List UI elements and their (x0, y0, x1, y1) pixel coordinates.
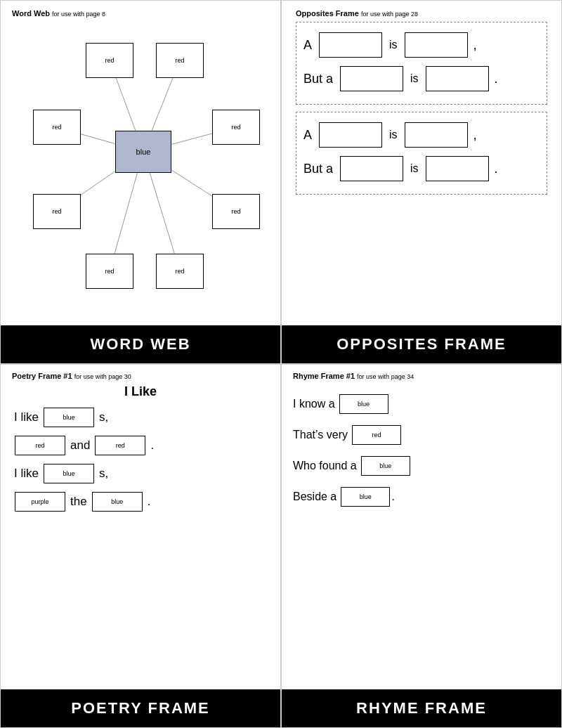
rhyme-box-4[interactable]: blue (341, 487, 390, 507)
poetry-box-4a[interactable]: purple (15, 492, 65, 512)
opp-box-1-2b[interactable] (426, 66, 489, 91)
rhyme-line-2: That’s very red (293, 425, 550, 445)
word-box-mid-right-far: red (212, 110, 260, 145)
opposites-title: Opposites Frame for use with page 28 (296, 9, 547, 18)
opp-box-1-2a[interactable] (340, 66, 403, 91)
rhyme-line-3: Who found a blue (293, 456, 550, 476)
poetry-box-2b[interactable]: red (95, 436, 145, 455)
poetry-box-2a[interactable]: red (15, 436, 65, 455)
poetry-bar: POETRY FRAME (1, 689, 280, 727)
poetry-title: Poetry Frame #1 for use with page 30 (12, 372, 269, 380)
opposites-quadrant: Opposites Frame for use with page 28 A i… (281, 0, 562, 364)
poetry-content: Poetry Frame #1 for use with page 30 I L… (1, 365, 280, 689)
rhyme-title: Rhyme Frame #1 for use with page 34 (293, 372, 550, 380)
word-box-mid-left-low: red (33, 194, 81, 229)
opp-row-2-2: But a is . (303, 156, 540, 181)
opp-box-1-1b[interactable] (405, 32, 468, 58)
opposites-bar: OPPOSITES FRAME (282, 325, 561, 363)
poetry-poem-title: I Like (12, 384, 269, 399)
rhyme-quadrant: Rhyme Frame #1 for use with page 34 I kn… (281, 364, 562, 728)
word-box-mid-right-low: red (212, 194, 260, 229)
rhyme-box-3[interactable]: blue (361, 456, 410, 476)
opp-box-2-1a[interactable] (319, 122, 382, 148)
opposites-section-1: A is , But a is . (296, 22, 547, 105)
word-box-top-left: red (86, 43, 133, 78)
opposites-subtitle: for use with page 28 (361, 11, 418, 18)
word-web-title: Word Web for use with page 8 (12, 9, 269, 18)
rhyme-line-1: I know a blue (293, 394, 550, 414)
rhyme-subtitle: for use with page 34 (357, 373, 414, 380)
opp-box-2-1b[interactable] (405, 122, 468, 148)
poetry-line-4: purple the blue . (12, 492, 269, 512)
word-web-quadrant: Word Web for use with page 8 red red red… (0, 0, 281, 364)
word-web-bar: WORD WEB (1, 325, 280, 363)
poetry-line-3: I like blue s, (12, 464, 269, 483)
rhyme-box-2[interactable]: red (352, 425, 401, 445)
poetry-line-2: red and red . (12, 436, 269, 455)
poetry-line-1: I like blue s, (12, 408, 269, 427)
word-web-content: Word Web for use with page 8 red red red… (1, 1, 280, 325)
opp-row-1-2: But a is . (303, 66, 540, 91)
opp-row-1-1: A is , (303, 32, 540, 58)
rhyme-content: Rhyme Frame #1 for use with page 34 I kn… (282, 365, 561, 689)
word-box-top-right: red (156, 43, 204, 78)
poetry-box-1[interactable]: blue (44, 408, 94, 427)
opp-row-2-1: A is , (303, 122, 540, 148)
word-box-bot-right: red (156, 254, 204, 289)
opposites-section-2: A is , But a is . (296, 112, 547, 195)
poetry-box-3[interactable]: blue (44, 464, 94, 483)
word-box-mid-left-far: red (33, 110, 81, 145)
opposites-content: Opposites Frame for use with page 28 A i… (282, 1, 561, 325)
opp-box-2-2a[interactable] (340, 156, 403, 181)
word-box-bot-left: red (86, 254, 133, 289)
word-web-subtitle: for use with page 8 (52, 11, 105, 18)
poetry-quadrant: Poetry Frame #1 for use with page 30 I L… (0, 364, 281, 728)
poetry-subtitle: for use with page 30 (74, 373, 131, 380)
word-web-diagram: red red red red blue red red red red (12, 22, 269, 317)
rhyme-line-4: Beside a blue . (293, 487, 550, 507)
opp-box-2-2b[interactable] (426, 156, 489, 181)
rhyme-box-1[interactable]: blue (339, 394, 388, 414)
poetry-box-4b[interactable]: blue (92, 492, 143, 512)
word-box-center: blue (115, 131, 171, 173)
opp-box-1-1a[interactable] (319, 32, 382, 58)
rhyme-bar: RHYME FRAME (282, 689, 561, 727)
